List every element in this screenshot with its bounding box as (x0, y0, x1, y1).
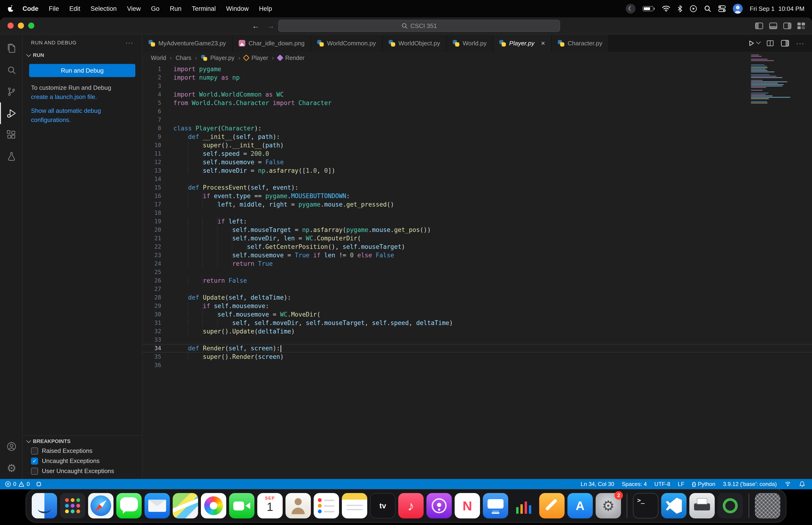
tab-Char_idle_down.png[interactable]: Char_idle_down.png (233, 35, 311, 52)
dock-trash[interactable] (755, 493, 780, 519)
code-line[interactable]: 9 def __init__(self, path): (142, 133, 812, 141)
code-line[interactable]: 29 if self.mousemove: (142, 302, 812, 310)
code-line[interactable]: 34 def Render(self, screen): (142, 344, 812, 352)
python-interpreter[interactable]: 3.9.12 ('base': conda) (723, 481, 777, 487)
code-line[interactable]: 17 left, middle, right = pygame.mouse.ge… (142, 200, 812, 209)
checkbox[interactable] (31, 457, 38, 465)
cursor-position[interactable]: Ln 34, Col 30 (581, 481, 614, 487)
dock-vscode[interactable] (661, 493, 687, 519)
user-avatar[interactable] (733, 4, 743, 14)
code-editor[interactable]: 1import pygame2import numpy as np34impor… (142, 64, 812, 479)
code-line[interactable]: 13 self.moveDir = np.asfarray([1.0, 0]) (142, 166, 812, 175)
show-debug-configurations-link[interactable]: Show all automatic debug configurations. (31, 107, 101, 123)
code-line[interactable]: 36 (142, 361, 812, 370)
problems-indicator[interactable]: 0 0 (5, 481, 30, 487)
language-mode[interactable]: {} Python (692, 481, 716, 487)
breadcrumb-render[interactable]: Render (278, 55, 305, 61)
code-line[interactable]: 12 self.mousemove = False (142, 158, 812, 166)
dock-stocks[interactable] (511, 493, 536, 519)
menu-help[interactable]: Help (254, 5, 277, 12)
run-section-header[interactable]: RUN (22, 51, 142, 60)
tab-Player.py[interactable]: Player.py× (493, 35, 552, 52)
code-line[interactable]: 14 (142, 175, 812, 183)
dock-music[interactable]: ♪ (398, 493, 424, 519)
code-line[interactable]: 27 (142, 285, 812, 293)
tab-WorldObject.py[interactable]: WorldObject.py (383, 35, 447, 52)
dock-calendar[interactable]: SEP1 (257, 493, 282, 519)
dock-photos[interactable] (201, 493, 226, 519)
code-line[interactable]: 16 if event.type == pygame.MOUSEBUTTONDO… (142, 192, 812, 200)
dock-printer[interactable] (689, 493, 715, 519)
tab-MyAdventureGame23.py[interactable]: MyAdventureGame23.py (142, 35, 233, 52)
code-line[interactable]: 30 self.mousemove = WC.MoveDir( (142, 310, 812, 319)
code-line[interactable]: 10 super().__init__(path) (142, 141, 812, 149)
command-center-search[interactable]: CSCI 351 (278, 20, 560, 32)
notifications-bell-icon[interactable] (799, 481, 806, 487)
spotlight-icon[interactable] (704, 5, 711, 12)
code-line[interactable]: 19 if left: (142, 217, 812, 226)
code-line[interactable]: 7 (142, 116, 812, 124)
code-line[interactable]: 4import World.WorldCommon as WC (142, 90, 812, 99)
close-tab-icon[interactable]: × (541, 39, 545, 47)
zoom-window-button[interactable] (28, 22, 34, 29)
code-line[interactable]: 6 (142, 107, 812, 116)
code-line[interactable]: 3 (142, 82, 812, 90)
ports-indicator[interactable] (35, 481, 42, 487)
dock-launchpad[interactable] (60, 493, 85, 519)
menu-selection[interactable]: Selection (86, 5, 122, 12)
toggle-panel-icon[interactable] (769, 22, 777, 29)
breadcrumb-world[interactable]: World (151, 55, 166, 61)
playback-icon[interactable] (690, 5, 697, 13)
dock-appstore[interactable]: A (567, 493, 593, 519)
more-actions-icon[interactable]: ··· (796, 39, 805, 47)
indentation-setting[interactable]: Spaces: 4 (622, 481, 647, 487)
code-line[interactable]: 26 return False (142, 276, 812, 285)
control-center-icon[interactable] (718, 5, 726, 12)
code-line[interactable]: 5from World.Chars.Character import Chara… (142, 99, 812, 107)
code-line[interactable]: 24 return True (142, 259, 812, 268)
breakpoints-header[interactable]: BREAKPOINTS (22, 437, 142, 446)
sidebar-item-extensions[interactable] (0, 124, 22, 146)
menu-file[interactable]: File (44, 5, 64, 12)
dock-podcasts[interactable] (426, 493, 452, 519)
dock-reminders[interactable] (314, 493, 339, 519)
run-and-debug-button[interactable]: Run and Debug (29, 64, 135, 77)
breakpoint-user-uncaught-exceptions[interactable]: User Uncaught Exceptions (22, 466, 142, 476)
code-line[interactable]: 25 (142, 268, 812, 276)
battery-icon[interactable] (643, 6, 655, 11)
code-line[interactable]: 33 (142, 335, 812, 344)
settings-button[interactable]: ⚙ (0, 457, 22, 479)
menubar-clock[interactable]: Fri Sep 1 10:04 PM (750, 5, 805, 13)
menu-code[interactable]: Code (17, 5, 44, 12)
code-line[interactable]: 20 self.mouseTarget = np.asfarray(pygame… (142, 226, 812, 234)
sidebar-item-source-control[interactable] (0, 81, 22, 103)
menu-edit[interactable]: Edit (64, 5, 86, 12)
menu-terminal[interactable]: Terminal (186, 5, 221, 12)
code-line[interactable]: 31 self, self.moveDir, self.mouseTarget,… (142, 319, 812, 327)
menu-view[interactable]: View (122, 5, 146, 12)
eol-setting[interactable]: LF (678, 481, 685, 487)
tab-WorldCommon.py[interactable]: WorldCommon.py (311, 35, 383, 52)
tab-World.py[interactable]: World.py (447, 35, 493, 52)
create-launch-json-link[interactable]: create a launch.json file. (31, 93, 97, 100)
dock-pages[interactable] (539, 493, 565, 519)
focus-mode-icon[interactable]: ☾ (626, 4, 635, 14)
dock-terminal[interactable]: >_ (633, 493, 658, 519)
breadcrumb-player.py[interactable]: Player.py (201, 55, 234, 61)
dock-safari[interactable] (88, 493, 113, 519)
menu-go[interactable]: Go (146, 5, 165, 12)
accounts-button[interactable] (0, 436, 22, 457)
sidebar-item-run-and-debug[interactable] (0, 103, 22, 124)
sidebar-item-search[interactable] (0, 59, 22, 81)
code-line[interactable]: 15 def ProcessEvent(self, event): (142, 183, 812, 192)
sidebar-item-explorer[interactable] (0, 38, 22, 59)
minimize-window-button[interactable] (18, 22, 24, 29)
close-window-button[interactable] (7, 22, 14, 29)
dock-mail[interactable] (144, 493, 170, 519)
code-line[interactable]: 8class Player(Character): (142, 124, 812, 133)
tab-Character.py[interactable]: Character.py (552, 35, 609, 52)
run-python-file-button[interactable] (748, 40, 760, 46)
code-line[interactable]: 21 self.moveDir, len = WC.ComputerDir( (142, 234, 812, 242)
code-line[interactable]: 1import pygame (142, 65, 812, 73)
breakpoint-raised-exceptions[interactable]: Raised Exceptions (22, 446, 142, 456)
